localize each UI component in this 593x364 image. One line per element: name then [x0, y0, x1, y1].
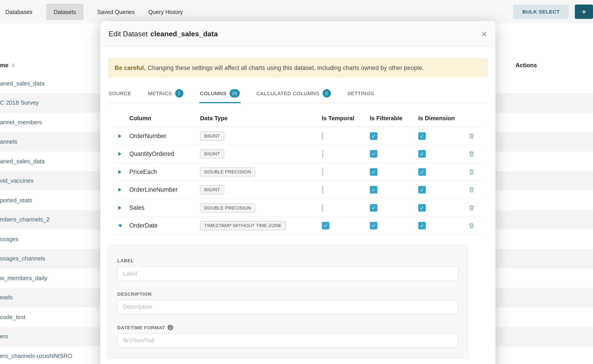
nav-tab-saved-queries[interactable]: Saved Queries [97, 9, 135, 15]
data-type-pill: BIGINT [200, 185, 224, 194]
nav-tab-databases[interactable]: Databases [5, 9, 32, 15]
dataset-name-link[interactable]: annel_members [0, 119, 42, 126]
dataset-name-link[interactable]: annels [0, 138, 17, 145]
header-is-temporal: Is Temporal [322, 115, 370, 122]
expand-caret-icon[interactable] [119, 170, 121, 174]
label-field-label: LABEL [117, 258, 459, 263]
expand-caret-icon[interactable] [119, 188, 121, 192]
tab-metrics[interactable]: METRICS1 [147, 86, 184, 103]
delete-column-icon[interactable] [468, 133, 475, 139]
column-name: PriceEach [129, 169, 200, 175]
dataset-name-link[interactable]: code_test [0, 314, 26, 320]
column-row: Sales DOUBLE PRECISION [114, 199, 482, 217]
data-type-pill: DOUBLE PRECISION [200, 167, 255, 176]
screen: DatabasesDatasetsSaved QueriesQuery Hist… [0, 0, 593, 364]
actions-column-header: Actions [515, 62, 537, 69]
column-detail-panel: LABEL DESCRIPTION DATETIME FORMAT [108, 245, 468, 359]
dataset-name-link[interactable]: aned_sales_data [0, 80, 45, 87]
tab-count-badge: 1 [175, 89, 184, 98]
dataset-name-link[interactable]: ers_channels-uzooNNtSRO [0, 352, 72, 359]
column-row: PriceEach DOUBLE PRECISION [114, 163, 482, 181]
expand-caret-icon[interactable] [119, 152, 121, 156]
column-name: QuantityOrdered [129, 150, 200, 157]
dataset-name-link[interactable]: eads [0, 294, 13, 301]
expand-caret-icon[interactable] [119, 225, 122, 228]
tab-count-badge: 25 [230, 89, 240, 98]
topnav-tabs: DatabasesDatasetsSaved QueriesQuery Hist… [5, 4, 183, 20]
modal-tabs: SOURCEMETRICS1COLUMNS25CALCULATED COLUMN… [108, 86, 488, 103]
is-dimension-checkbox[interactable] [418, 132, 426, 140]
info-icon [168, 325, 173, 330]
warning-text: Changing these settings will affect all … [148, 65, 424, 71]
name-column-header[interactable]: me [0, 62, 9, 69]
is-dimension-checkbox[interactable] [418, 186, 426, 194]
delete-column-icon[interactable] [468, 150, 475, 157]
dataset-name-link[interactable]: ssages_channels [0, 255, 45, 262]
tab-source[interactable]: SOURCE [108, 86, 132, 103]
tab-calculated-columns[interactable]: CALCULATED COLUMNS0 [256, 86, 331, 103]
datetime-format-input[interactable] [117, 334, 459, 348]
data-type-pill: BIGINT [200, 131, 224, 141]
is-filterable-checkbox[interactable] [370, 168, 377, 176]
is-temporal-checkbox[interactable] [322, 132, 323, 140]
modal-title-dataset-name: cleaned_sales_data [150, 30, 218, 38]
datetime-format-field-label: DATETIME FORMAT [117, 325, 165, 330]
warning-bold: Be careful. [115, 65, 145, 71]
delete-column-icon[interactable] [468, 222, 475, 229]
is-temporal-checkbox[interactable] [322, 186, 323, 194]
close-icon[interactable]: × [481, 29, 487, 39]
tab-label: SETTINGS [347, 91, 374, 96]
data-type-pill: TIMESTAMP WITHOUT TIME ZONE [200, 221, 286, 230]
add-dataset-button[interactable]: + [575, 5, 593, 19]
warning-banner: Be careful.Changing these settings will … [108, 58, 488, 78]
is-dimension-checkbox[interactable] [418, 222, 426, 230]
dataset-name-link[interactable]: ers [0, 333, 8, 340]
delete-column-icon[interactable] [468, 169, 475, 175]
modal-title-prefix: Edit Dataset [109, 30, 148, 38]
label-field: LABEL [117, 258, 459, 281]
header-column: Column [129, 115, 200, 122]
dataset-name-link[interactable]: mbers_channels_2 [0, 216, 50, 223]
delete-column-icon[interactable] [468, 187, 475, 193]
nav-tab-datasets[interactable]: Datasets [46, 4, 84, 20]
is-dimension-checkbox[interactable] [418, 204, 426, 212]
description-field-label: DESCRIPTION [117, 292, 459, 297]
column-row: OrderDate TIMESTAMP WITHOUT TIME ZONE [114, 217, 482, 235]
column-row: OrderLineNumber BIGINT [114, 181, 482, 199]
tab-label: SOURCE [109, 91, 131, 96]
is-filterable-checkbox[interactable] [370, 222, 377, 230]
dataset-name-link[interactable]: aned_sales_data [0, 158, 45, 165]
columns-table: Column Data Type Is Temporal Is Filterab… [114, 110, 482, 235]
is-dimension-checkbox[interactable] [418, 150, 426, 158]
dataset-name-link[interactable]: vid_vaccines [0, 177, 34, 184]
is-temporal-checkbox[interactable] [322, 204, 323, 212]
is-filterable-checkbox[interactable] [370, 150, 377, 158]
modal-header: Edit Datasetcleaned_sales_data × [100, 21, 495, 47]
expand-caret-icon[interactable] [119, 206, 121, 210]
is-filterable-checkbox[interactable] [370, 186, 377, 194]
label-input[interactable] [117, 266, 459, 281]
dataset-name-link[interactable]: ssages [0, 236, 19, 242]
bulk-select-button[interactable]: BULK SELECT [513, 5, 569, 19]
is-temporal-checkbox[interactable] [322, 168, 323, 176]
tab-label: CALCULATED COLUMNS [256, 91, 319, 96]
is-temporal-checkbox[interactable] [322, 150, 323, 158]
is-filterable-checkbox[interactable] [370, 204, 377, 212]
edit-dataset-modal: Edit Datasetcleaned_sales_data × Be care… [100, 21, 495, 364]
delete-column-icon[interactable] [468, 204, 475, 211]
is-temporal-checkbox[interactable] [322, 222, 329, 230]
tab-columns[interactable]: COLUMNS25 [199, 86, 241, 103]
datetime-format-field: DATETIME FORMAT [117, 325, 459, 348]
dataset-name-link[interactable]: w_members_daily [0, 275, 47, 281]
dataset-name-link[interactable]: ported_stats [0, 197, 32, 204]
expand-caret-icon[interactable] [119, 134, 121, 138]
nav-tab-query-history[interactable]: Query History [148, 9, 183, 15]
dataset-name-link[interactable]: C 2018 Survey [0, 99, 39, 106]
tab-settings[interactable]: SETTINGS [347, 86, 375, 103]
is-filterable-checkbox[interactable] [370, 132, 377, 140]
modal-body: Be careful.Changing these settings will … [100, 58, 495, 359]
description-input[interactable] [117, 300, 459, 314]
column-row: OrderNumber BIGINT [114, 127, 482, 145]
is-dimension-checkbox[interactable] [418, 168, 426, 176]
sort-icon[interactable] [12, 63, 15, 67]
